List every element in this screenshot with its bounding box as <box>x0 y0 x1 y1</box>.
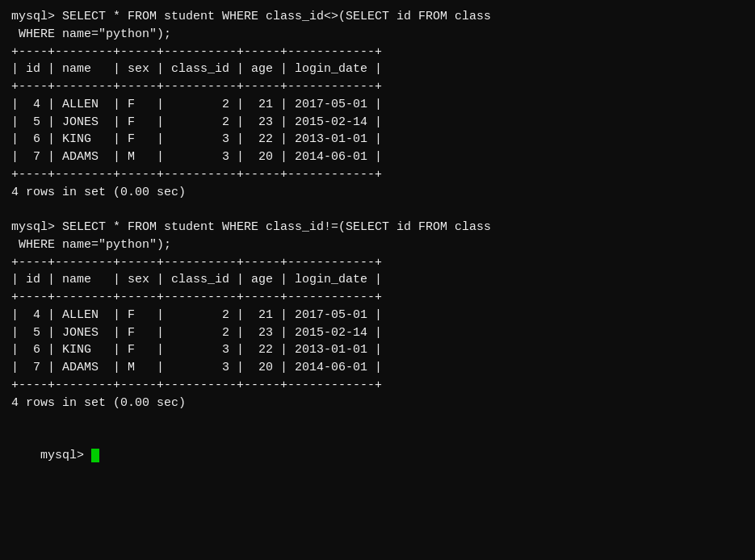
table2-row-3: | 6 | KING | F | 3 | 22 | 2013-01-01 | <box>11 341 744 359</box>
spacer2 <box>11 412 744 429</box>
table1-row-1: | 4 | ALLEN | F | 2 | 21 | 2017-05-01 | <box>11 96 744 114</box>
table2-sep-top: +----+--------+-----+----------+-----+--… <box>11 254 744 272</box>
query1-line2: WHERE name="python"); <box>11 26 744 44</box>
table2-row-1: | 4 | ALLEN | F | 2 | 21 | 2017-05-01 | <box>11 307 744 324</box>
table1-summary: 4 rows in set (0.00 sec) <box>11 184 744 202</box>
table1-sep-bot: +----+--------+-----+----------+-----+--… <box>11 166 744 184</box>
table2-header: | id | name | sex | class_id | age | log… <box>11 271 744 289</box>
table1-header: | id | name | sex | class_id | age | log… <box>11 61 744 78</box>
spacer1 <box>11 201 744 219</box>
query2-line2: WHERE name="python"); <box>11 236 744 254</box>
table2-summary: 4 rows in set (0.00 sec) <box>11 395 744 412</box>
table2-sep-mid: +----+--------+-----+----------+-----+--… <box>11 289 744 307</box>
final-prompt[interactable]: mysql> <box>11 429 744 482</box>
table1-row-2: | 5 | JONES | F | 2 | 23 | 2015-02-14 | <box>11 114 744 132</box>
terminal: mysql> SELECT * FROM student WHERE class… <box>11 8 744 552</box>
cursor-block <box>91 449 99 462</box>
query2-line1: mysql> SELECT * FROM student WHERE class… <box>11 219 744 236</box>
table1-sep-mid: +----+--------+-----+----------+-----+--… <box>11 78 744 96</box>
table2-sep-bot: +----+--------+-----+----------+-----+--… <box>11 377 744 395</box>
query1-line1: mysql> SELECT * FROM student WHERE class… <box>11 8 744 26</box>
table1-row-3: | 6 | KING | F | 3 | 22 | 2013-01-01 | <box>11 131 744 148</box>
table2-row-2: | 5 | JONES | F | 2 | 23 | 2015-02-14 | <box>11 324 744 342</box>
table2-row-4: | 7 | ADAMS | M | 3 | 20 | 2014-06-01 | <box>11 359 744 377</box>
table1-row-4: | 7 | ADAMS | M | 3 | 20 | 2014-06-01 | <box>11 148 744 166</box>
prompt-text: mysql> <box>40 449 91 462</box>
table1-sep-top: +----+--------+-----+----------+-----+--… <box>11 44 744 61</box>
